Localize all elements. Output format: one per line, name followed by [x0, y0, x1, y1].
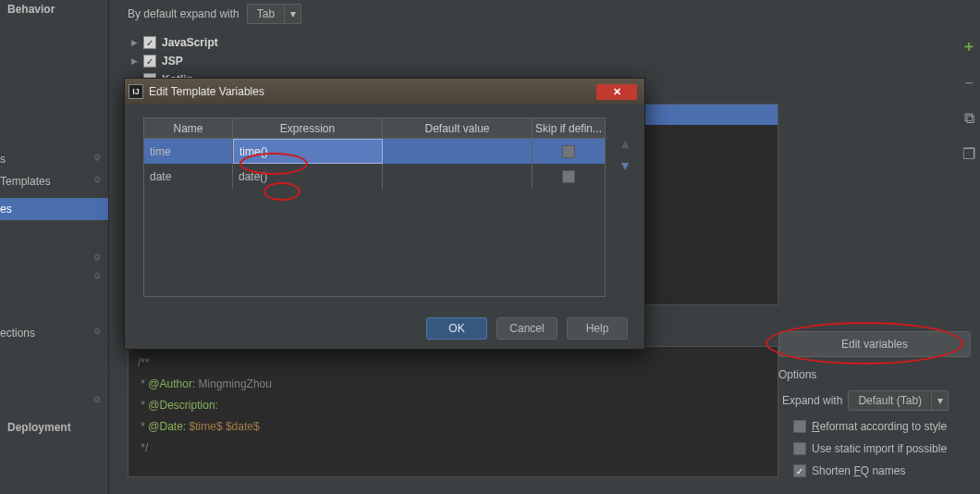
cell-skip[interactable]	[533, 139, 605, 164]
sidebar-item-sections[interactable]: ections ⛭	[0, 322, 108, 344]
arrow-up-icon[interactable]: ▲	[619, 136, 631, 151]
checkbox-icon[interactable]	[793, 442, 806, 455]
gear-icon: ⛭	[92, 174, 103, 185]
option-static-import[interactable]: Use static import if possible	[793, 442, 971, 455]
gear-icon: ⛭	[92, 152, 103, 163]
duplicate-icon[interactable]: ❐	[962, 145, 975, 163]
dialog-title: Edit Template Variables	[149, 85, 591, 98]
default-expand-combo[interactable]: Tab ▾	[247, 4, 301, 24]
gear-icon: ⛭	[92, 326, 103, 337]
combo-value: Tab	[248, 7, 284, 20]
edit-variables-label: Edit variables	[841, 338, 908, 351]
sidebar-item-4[interactable]: ⛭	[0, 266, 108, 276]
cell-expression[interactable]: date()	[233, 164, 383, 189]
option-label: Shorten FQ names	[812, 464, 905, 477]
gear-icon: ⛭	[92, 270, 103, 281]
col-skip[interactable]: Skip if defin...	[533, 118, 605, 138]
expand-icon[interactable]: ▶	[131, 56, 138, 66]
dialog-titlebar[interactable]: IJ Edit Template Variables ✕	[125, 79, 644, 105]
sidebar-item-label: Templates	[0, 175, 51, 188]
option-expand-with: Expand with Default (Tab) ▾	[782, 390, 971, 411]
tree-label: JSP	[162, 55, 183, 68]
sidebar-item-6[interactable]: ⛭	[0, 390, 108, 400]
reorder-arrows: ▲ ▼	[619, 136, 631, 173]
chevron-down-icon: ▾	[931, 391, 948, 410]
edit-variables-button[interactable]: Edit variables	[778, 331, 971, 357]
help-button[interactable]: Help	[567, 317, 628, 340]
table-header: Name Expression Default value Skip if de…	[144, 118, 605, 139]
arrow-down-icon[interactable]: ▼	[619, 158, 631, 173]
right-panel: Edit variables Options Expand with Defau…	[778, 331, 971, 477]
settings-sidebar: Behavior s ⛭ Templates ⛭ es ⛭ ⛭ ections …	[0, 0, 109, 494]
tree-label: JavaScript	[162, 36, 218, 49]
cell-default[interactable]	[383, 139, 533, 164]
cancel-button[interactable]: Cancel	[496, 317, 557, 340]
expand-with-label: Expand with	[782, 394, 842, 407]
sidebar-heading-deployment: Deployment	[0, 418, 108, 437]
col-expression[interactable]: Expression	[233, 118, 383, 138]
cell-skip[interactable]	[533, 164, 605, 189]
col-default[interactable]: Default value	[383, 118, 533, 138]
dialog-buttons: OK Cancel Help	[426, 317, 628, 340]
expand-with-combo[interactable]: Default (Tab) ▾	[848, 390, 949, 411]
sidebar-item-selected[interactable]: es	[0, 198, 108, 220]
checkbox-icon[interactable]: ✓	[143, 55, 156, 68]
sidebar-item-0[interactable]: s ⛭	[0, 148, 108, 170]
gear-icon: ⛭	[92, 252, 103, 263]
close-button[interactable]: ✕	[596, 84, 637, 100]
sidebar-item-label: ections	[0, 327, 35, 340]
dialog-body: Name Expression Default value Skip if de…	[125, 105, 644, 308]
combo-value: Default (Tab)	[849, 394, 931, 407]
default-expand-label: By default expand with	[128, 7, 239, 20]
add-icon[interactable]: ＋	[962, 37, 976, 56]
sidebar-item-3[interactable]: ⛭	[0, 248, 108, 257]
checkbox-icon[interactable]: ✓	[793, 464, 806, 477]
checkbox-icon[interactable]	[562, 170, 575, 183]
right-gutter: ＋ − ⧉ ❐	[958, 37, 980, 163]
checkbox-icon[interactable]: ✓	[143, 36, 156, 49]
checkbox-icon[interactable]	[793, 420, 806, 433]
minus-icon[interactable]: −	[964, 75, 973, 92]
template-editor[interactable]: /** * @Author: MingmingZhou * @Descripti…	[128, 346, 778, 477]
option-reformat[interactable]: Reformat according to style	[793, 420, 971, 433]
expand-icon[interactable]: ▶	[131, 38, 138, 47]
chevron-down-icon: ▾	[284, 5, 300, 23]
tree-row-jsp[interactable]: ▶ ✓ JSP	[131, 52, 962, 70]
sidebar-heading-behavior: Behavior	[0, 0, 108, 19]
variables-table: Name Expression Default value Skip if de…	[143, 117, 606, 297]
table-row[interactable]: date date()	[144, 164, 605, 189]
cell-name[interactable]: date	[144, 164, 233, 189]
option-label: Use static import if possible	[812, 442, 947, 455]
option-label: Reformat according to style	[812, 420, 947, 433]
option-shorten-fq[interactable]: ✓ Shorten FQ names	[793, 464, 971, 477]
table-row[interactable]: time time()	[144, 139, 605, 164]
sidebar-item-label: s	[0, 153, 6, 166]
table-body: time time() date date()	[144, 139, 605, 296]
app-icon: IJ	[129, 84, 143, 99]
cell-default[interactable]	[383, 164, 533, 189]
gear-icon: ⛭	[92, 394, 103, 405]
cell-name[interactable]: time	[144, 139, 233, 164]
checkbox-icon[interactable]	[562, 145, 575, 158]
cell-expression[interactable]: time()	[233, 139, 383, 164]
sidebar-item-label: es	[0, 203, 12, 216]
tree-row-js[interactable]: ▶ ✓ JavaScript	[131, 33, 962, 52]
edit-template-variables-dialog: IJ Edit Template Variables ✕ Name Expres…	[124, 78, 645, 350]
options-title: Options	[778, 368, 971, 381]
ok-button[interactable]: OK	[426, 317, 487, 340]
sidebar-item-templates[interactable]: Templates ⛭	[0, 170, 108, 192]
default-expand-row: By default expand with Tab ▾	[109, 0, 980, 28]
copy-icon[interactable]: ⧉	[964, 110, 974, 127]
col-name[interactable]: Name	[144, 118, 233, 138]
